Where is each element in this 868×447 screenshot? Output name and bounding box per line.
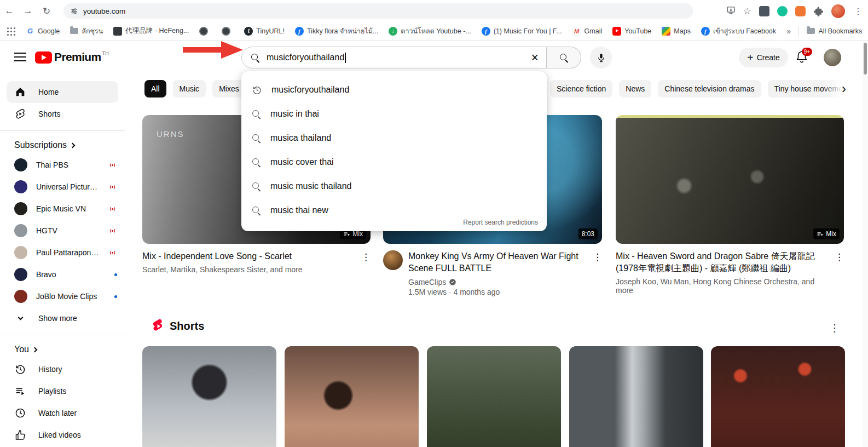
address-bar[interactable]: youtube.com <box>63 3 693 19</box>
sidebar-item-watch-later[interactable]: Watch later <box>7 402 118 424</box>
bookmark-item[interactable]: ดาวน์โหลด Youtube -... <box>389 26 471 37</box>
sidebar-item-playlists[interactable]: Playlists <box>7 380 118 402</box>
report-predictions-link[interactable]: Report search predictions <box>463 219 538 226</box>
search-icon <box>252 134 261 143</box>
bookmark-item[interactable]: Gmail <box>572 27 603 36</box>
bookmarks-overflow-icon[interactable]: » <box>786 26 791 36</box>
facebook-favicon <box>482 27 490 36</box>
scrollbar-thumb[interactable] <box>864 43 867 74</box>
shorts-thumbnail[interactable] <box>427 346 561 447</box>
video-title[interactable]: Mix - Independent Love Song - Scarlet <box>142 250 356 262</box>
google-favicon <box>26 27 34 36</box>
hamburger-menu-icon[interactable] <box>14 53 26 61</box>
shorts-thumbnail[interactable] <box>285 346 419 447</box>
url-text: youtube.com <box>83 7 125 15</box>
sidebar-item-home[interactable]: Home <box>7 81 118 103</box>
sidebar-divider <box>0 130 125 131</box>
browser-menu-icon[interactable]: ⋮ <box>853 6 864 16</box>
bookmark-item[interactable]: TinyURL! <box>244 27 285 36</box>
extension-icon-1[interactable] <box>759 6 769 16</box>
install-app-icon[interactable] <box>726 5 736 17</box>
you-header[interactable]: You <box>0 341 125 358</box>
bookmark-item[interactable]: YouTube <box>612 27 651 36</box>
bookmark-item[interactable]: 代理品牌 - HeFeng... <box>113 26 189 36</box>
suggestion-item[interactable]: music cover thai <box>241 150 547 174</box>
browser-profile-avatar[interactable] <box>831 4 845 18</box>
sidebar-label: History <box>38 365 62 374</box>
video-title[interactable]: Mix - Heaven Sword and Dragon Sabre 倚天屠龍… <box>616 250 829 274</box>
chip-mixes[interactable]: Mixes <box>212 80 246 98</box>
chip-science-fiction[interactable]: Science fiction <box>550 80 612 98</box>
shorts-thumbnail[interactable] <box>142 346 276 447</box>
bookmark-label: ดาวน์โหลด Youtube -... <box>401 26 471 37</box>
chips-scroll-right-icon[interactable]: › <box>842 82 846 95</box>
chip-chinese-tv-dramas[interactable]: Chinese television dramas <box>658 80 761 98</box>
bookmark-star-icon[interactable]: ☆ <box>743 5 751 17</box>
bookmark-item[interactable]: Tikky flora จำหน่ายไม้... <box>295 26 378 37</box>
shorts-thumbnail[interactable] <box>711 346 845 447</box>
chip-all[interactable]: All <box>144 80 166 98</box>
video-thumbnail[interactable]: Mix <box>616 115 844 244</box>
subscription-channel[interactable]: HGTV <box>0 220 125 242</box>
apps-grid-icon[interactable] <box>7 27 15 36</box>
forward-icon[interactable]: → <box>19 5 37 16</box>
extension-grammarly-icon[interactable] <box>777 6 788 16</box>
video-menu-icon[interactable]: ⋮ <box>593 250 602 296</box>
search-icon <box>252 182 261 191</box>
page-scrollbar[interactable] <box>863 41 868 447</box>
chip-news[interactable]: News <box>619 80 651 98</box>
subscription-channel[interactable]: Universal Picture... <box>0 176 125 198</box>
create-button[interactable]: + Create <box>739 48 788 67</box>
account-avatar[interactable] <box>824 49 841 66</box>
shorts-menu-icon[interactable]: ⋮ <box>830 322 840 334</box>
video-byline: Scarlet, Martika, Shakespears Sister, an… <box>142 265 356 274</box>
home-icon <box>14 86 26 98</box>
bookmark-item[interactable]: Maps <box>662 27 691 36</box>
suggestion-item[interactable]: music in thai <box>241 102 547 126</box>
suggestion-item[interactable]: musica thailand <box>241 126 547 150</box>
subscription-channel[interactable]: Thai PBS <box>0 154 125 176</box>
shorts-thumbnail[interactable] <box>569 346 703 447</box>
bookmark-item[interactable]: เข้าสู่ระบบ Facebook <box>701 26 776 37</box>
sidebar-item-history[interactable]: History <box>7 358 118 380</box>
subscription-channel[interactable]: JoBlo Movie Clips <box>0 285 125 307</box>
bookmark-item[interactable]: (1) Music For You | F... <box>482 27 562 36</box>
show-more-button[interactable]: Show more <box>7 307 118 329</box>
bookmark-label: Maps <box>674 27 691 35</box>
video-title[interactable]: Monkey King Vs Army Of Heaven War Fight … <box>408 250 587 274</box>
video-menu-icon[interactable]: ⋮ <box>835 250 844 295</box>
bookmark-item[interactable] <box>199 27 211 36</box>
suggestion-item[interactable]: musicforyouthailand <box>241 78 547 102</box>
chip-music[interactable]: Music <box>173 80 206 98</box>
live-icon <box>108 248 117 257</box>
bookmark-item[interactable]: Google <box>26 27 60 36</box>
subscription-channel[interactable]: Paul Pattarapon ... <box>0 242 125 263</box>
reload-icon[interactable]: ↻ <box>37 5 56 17</box>
clear-search-icon[interactable]: × <box>531 51 539 64</box>
yt-premium-logo[interactable]: Premium TH <box>35 50 109 64</box>
channel-name: Paul Pattarapon ... <box>36 248 99 257</box>
channel-avatar[interactable] <box>383 250 403 270</box>
all-bookmarks-button[interactable]: All Bookmarks <box>807 27 862 35</box>
subscriptions-header[interactable]: Subscriptions <box>0 136 125 154</box>
extension-icon-2[interactable] <box>795 6 806 16</box>
video-menu-icon[interactable]: ⋮ <box>361 250 371 274</box>
video-channel[interactable]: GameClips <box>408 278 587 286</box>
extensions-puzzle-icon[interactable] <box>813 6 824 16</box>
search-icon <box>252 158 261 167</box>
bookmark-label: Tikky flora จำหน่ายไม้... <box>307 26 378 37</box>
subscription-channel[interactable]: Bravo <box>0 263 125 285</box>
sidebar-item-liked-videos[interactable]: Liked videos <box>7 424 118 446</box>
bookmark-item[interactable] <box>222 27 234 36</box>
notifications-button[interactable]: 9+ <box>795 50 810 65</box>
back-icon[interactable]: ← <box>0 5 19 16</box>
sidebar-item-shorts[interactable]: Shorts <box>7 103 118 125</box>
voice-search-button[interactable] <box>590 47 612 68</box>
create-label: Create <box>757 53 780 62</box>
subscription-channel[interactable]: Epic Music VN <box>0 198 125 220</box>
facebook-favicon <box>701 27 710 36</box>
search-button[interactable] <box>547 47 581 68</box>
suggestion-item[interactable]: music music thailand <box>241 174 547 198</box>
bookmark-item[interactable]: ลักชุรน <box>70 26 103 37</box>
search-input[interactable]: musicforyouthailand × <box>241 47 547 68</box>
